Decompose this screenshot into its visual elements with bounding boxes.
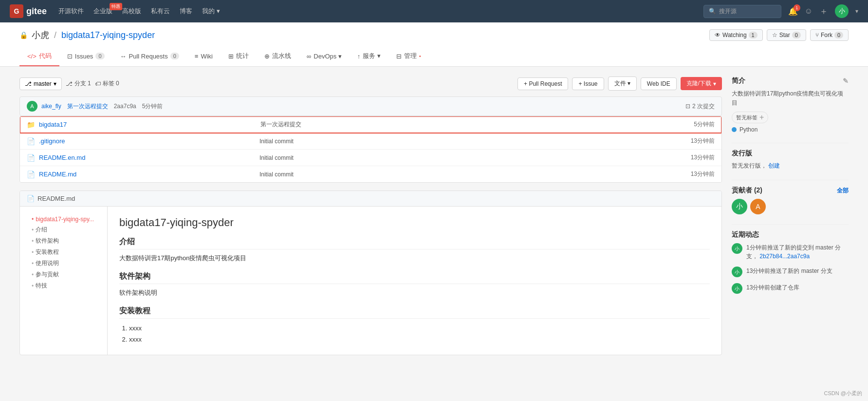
file-row-gitignore[interactable]: 📄 .gitignore Initial commit 13分钟前 bbox=[20, 133, 721, 150]
user-avatar[interactable]: 小 bbox=[835, 4, 849, 18]
commit-author-name[interactable]: aike_fly bbox=[41, 103, 61, 110]
tab-devops[interactable]: ∞ DevOps ▾ bbox=[299, 47, 350, 66]
file-commit-msg: 第一次远程提交 bbox=[251, 120, 694, 129]
code-icon: </> bbox=[27, 53, 37, 60]
file-name[interactable]: README.md bbox=[39, 171, 250, 178]
file-row-readme-en[interactable]: 📄 README.en.md Initial commit 13分钟前 bbox=[20, 150, 721, 166]
tab-stats[interactable]: ⊞ 统计 bbox=[221, 47, 257, 66]
topnav-university[interactable]: 高校版 bbox=[122, 7, 141, 16]
tab-issues[interactable]: ⊡ Issues 0 bbox=[59, 47, 112, 66]
file-name[interactable]: .gitignore bbox=[39, 137, 250, 145]
contributors-all-link[interactable]: 全部 bbox=[837, 187, 849, 195]
issue-button[interactable]: + Issue bbox=[572, 77, 604, 90]
commit-message[interactable]: 第一次远程提交 bbox=[67, 102, 108, 111]
toc-item-intro[interactable]: 介绍 bbox=[28, 224, 99, 235]
repo-sidebar: 简介 ✎ 大数据特训营17期python疫情爬虫可视化项目 暂无标签 + Pyt… bbox=[732, 76, 849, 355]
tag-icon: 🏷 bbox=[95, 80, 101, 87]
file-name[interactable]: bigdata17 bbox=[39, 121, 251, 128]
discover-button[interactable]: ☺ bbox=[805, 7, 813, 16]
file-time: 13分钟前 bbox=[691, 170, 715, 178]
topnav-private-cloud[interactable]: 私有云 bbox=[151, 7, 170, 16]
readme-file-icon: 📄 bbox=[27, 195, 35, 202]
tab-code[interactable]: </> 代码 bbox=[19, 47, 59, 66]
language-tag: Python bbox=[732, 126, 849, 133]
branch-stat-icon: ⎇ bbox=[66, 80, 73, 87]
topnav-opensource[interactable]: 开源软件 bbox=[58, 7, 84, 16]
readme-arch-heading: 软件架构 bbox=[119, 271, 710, 284]
language-label: Python bbox=[739, 126, 757, 133]
file-name[interactable]: README.en.md bbox=[39, 154, 250, 161]
services-icon: ↑ bbox=[357, 53, 361, 60]
readme-arch-text: 软件架构说明 bbox=[119, 288, 710, 298]
file-row-bigdata17[interactable]: 📁 bigdata17 第一次远程提交 5分钟前 bbox=[20, 116, 721, 133]
repo-owner[interactable]: 小虎 bbox=[32, 29, 49, 41]
toc-item-contribute[interactable]: 参与贡献 bbox=[28, 269, 99, 280]
file-row-readme[interactable]: 📄 README.md Initial commit 13分钟前 bbox=[20, 166, 721, 182]
commit-info-bar: A aike_fly 第一次远程提交 2aa7c9a 5分钟前 ⊡ 2 次提交 bbox=[19, 96, 722, 116]
toc-item-usage[interactable]: 使用说明 bbox=[28, 258, 99, 269]
edit-icon[interactable]: ✎ bbox=[843, 77, 849, 85]
commit-count[interactable]: ⊡ 2 次提交 bbox=[685, 102, 715, 111]
topnav-enterprise[interactable]: 企业版 特惠 bbox=[93, 7, 112, 16]
toc-item-title[interactable]: bigdata17-yiqing-spy... bbox=[28, 214, 99, 224]
readme-title: bigdata17-yiqing-spyder bbox=[119, 216, 710, 229]
tab-pull-requests[interactable]: ↔ Pull Requests 0 bbox=[112, 47, 187, 66]
watching-label: Watching bbox=[722, 32, 747, 38]
toc-item-arch[interactable]: 软件架构 bbox=[28, 235, 99, 247]
pull-request-button[interactable]: + Pull Request bbox=[517, 77, 568, 90]
readme-intro-text: 大数据特训营17期python疫情爬虫可视化项目 bbox=[119, 253, 710, 264]
gitee-wordmark: gitee bbox=[26, 6, 47, 17]
tab-pipeline[interactable]: ⊕ 流水线 bbox=[257, 47, 299, 66]
file-button[interactable]: 文件 ▾ bbox=[608, 76, 637, 91]
tab-manage[interactable]: ⊟ 管理• bbox=[388, 47, 429, 66]
notifications-button[interactable]: 🔔 1 bbox=[788, 7, 798, 16]
toc-item-install[interactable]: 安装教程 bbox=[28, 247, 99, 258]
star-button[interactable]: ☆ Star 0 bbox=[767, 29, 806, 41]
user-dropdown-arrow[interactable]: ▾ bbox=[855, 8, 858, 15]
topnav-links: 开源软件 企业版 特惠 高校版 私有云 博客 我的 ▾ bbox=[58, 7, 220, 16]
file-icon: 📄 bbox=[27, 154, 35, 162]
topnav-blog[interactable]: 博客 bbox=[180, 7, 192, 16]
sidebar-intro-desc: 大数据特训营17期python疫情爬虫可视化项目 bbox=[732, 89, 849, 108]
logo[interactable]: G gitee bbox=[10, 4, 47, 18]
toolbar-right: + Pull Request + Issue 文件 ▾ Web IDE 克隆/下… bbox=[517, 76, 722, 91]
eye-icon: 👁 bbox=[715, 32, 720, 38]
repo-slash: / bbox=[54, 30, 56, 40]
file-time: 13分钟前 bbox=[691, 153, 715, 162]
activity-item-2: 小 13分钟前推送了新的 master 分支 bbox=[732, 267, 849, 277]
web-ide-button[interactable]: Web IDE bbox=[641, 77, 677, 90]
sidebar-divider-3 bbox=[732, 224, 849, 225]
branch-selector[interactable]: ⎇ master ▾ bbox=[19, 77, 62, 90]
issues-badge: 0 bbox=[95, 53, 104, 59]
readme-content: bigdata17-yiqing-spyder 介绍 大数据特训营17期pyth… bbox=[108, 207, 721, 355]
sidebar-contributors-title: 贡献者 (2) 全部 bbox=[732, 186, 849, 195]
fork-button[interactable]: ⑂ Fork 0 bbox=[810, 29, 849, 41]
clone-download-button[interactable]: 克隆/下载 ▾ bbox=[681, 77, 722, 90]
add-tag-icon[interactable]: + bbox=[759, 113, 764, 122]
topnav-right: 🔍 搜开源 🔔 1 ☺ ＋ 小 ▾ bbox=[703, 4, 858, 18]
toc-item-special[interactable]: 特技 bbox=[28, 280, 99, 291]
no-tag-badge: 暂无标签 + bbox=[732, 112, 768, 123]
repo-name[interactable]: bigdata17-yiqing-spyder bbox=[61, 30, 155, 40]
add-button[interactable]: ＋ bbox=[819, 5, 828, 17]
commit-time: 5分钟前 bbox=[142, 102, 163, 111]
sidebar-release-title: 发行版 bbox=[732, 149, 849, 158]
activity-commit-link[interactable]: 2b27b84...2aa7c9a bbox=[759, 253, 810, 260]
commit-hash[interactable]: 2aa7c9a bbox=[114, 103, 136, 110]
search-box[interactable]: 🔍 搜开源 bbox=[703, 5, 781, 18]
contributor-avatar-xiao[interactable]: 小 bbox=[732, 199, 747, 214]
watching-button[interactable]: 👁 Watching 1 bbox=[709, 29, 763, 41]
notification-badge: 1 bbox=[794, 4, 800, 11]
hot-badge: 特惠 bbox=[110, 3, 122, 10]
issues-icon: ⊡ bbox=[67, 53, 73, 60]
pipeline-icon: ⊕ bbox=[264, 53, 270, 60]
sidebar-activity: 近期动态 小 1分钟前推送了新的提交到 master 分支， 2b27b84..… bbox=[732, 230, 849, 294]
tab-services[interactable]: ↑ 服务 ▾ bbox=[350, 47, 388, 66]
create-release-link[interactable]: 创建 bbox=[768, 162, 780, 169]
tab-wiki[interactable]: ≡ Wiki bbox=[187, 47, 221, 66]
contributor-avatar-a[interactable]: A bbox=[750, 199, 766, 214]
topnav-mine[interactable]: 我的 ▾ bbox=[202, 7, 220, 16]
contributors-row: 小 A bbox=[732, 199, 849, 214]
activity-text-2: 13分钟前推送了新的 master 分支 bbox=[746, 267, 832, 275]
sidebar-contributors: 贡献者 (2) 全部 小 A bbox=[732, 186, 849, 214]
